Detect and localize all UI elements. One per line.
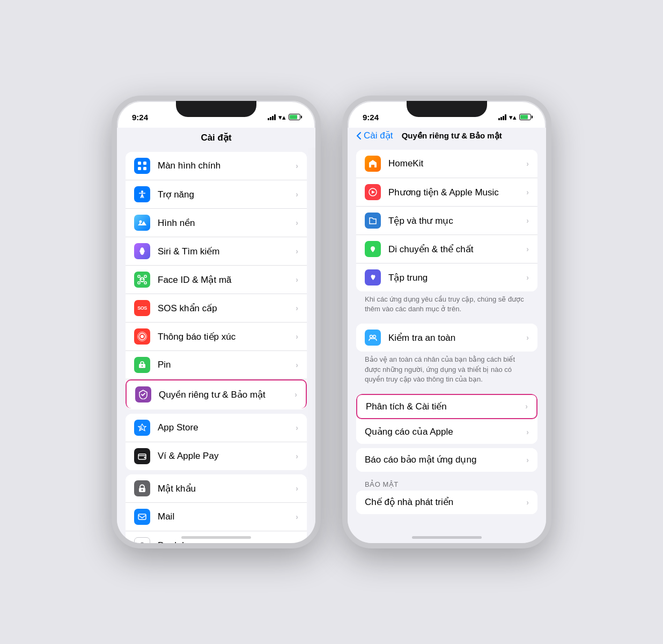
screen-right: Cài đặt Quyền riêng tư & Bảo mật HomeKit… [348, 128, 546, 543]
screen-left: Cài đặt Màn hình chính › [117, 128, 315, 543]
safety-icon [365, 330, 381, 346]
chevron-icon: › [296, 423, 298, 432]
pin-label: Pin [158, 360, 296, 370]
pin-icon [134, 357, 150, 373]
phone-left: 9:24 ▾▴ Cài đặt [112, 96, 321, 548]
chevron-icon: › [526, 245, 529, 253]
fitness-icon [365, 241, 381, 257]
chevron-icon: › [526, 216, 529, 225]
chevron-icon: › [526, 188, 529, 196]
list-item-focus[interactable]: Tập trung › [356, 264, 537, 291]
back-label: Cài đặt [364, 130, 393, 141]
svg-rect-8 [138, 275, 140, 277]
home-indicator-left [181, 536, 251, 539]
list-item-media[interactable]: Phương tiện & Apple Music › [356, 178, 537, 207]
svg-point-15 [141, 335, 144, 338]
notch-left [176, 101, 256, 117]
list-item-pin[interactable]: Pin › [126, 351, 307, 379]
svg-point-23 [144, 457, 146, 458]
list-item-ads[interactable]: Quảng cáo của Apple › [356, 420, 537, 444]
nav-header-right: Cài đặt Quyền riêng tư & Bảo mật [348, 128, 546, 145]
files-label: Tệp và thư mục [388, 215, 526, 226]
chevron-icon: › [296, 275, 298, 284]
privacy-section-safety: Kiểm tra an toàn › Bảo vệ an toàn cá nhâ… [356, 324, 537, 390]
chevron-icon: › [296, 218, 298, 227]
security-section-label: BẢO MẬT [356, 476, 537, 491]
svg-text:A: A [139, 426, 143, 431]
apps-desc: Khi các ứng dụng yêu cầu truy cập, chúng… [356, 291, 537, 319]
list-item-privacy[interactable]: Quyền riêng tư & Bảo mật › [126, 379, 307, 408]
list-item-dev-mode[interactable]: Chế độ nhà phát triển › [356, 491, 537, 514]
list-item-hinh-nen[interactable]: Hình nền › [126, 209, 307, 237]
svg-rect-11 [144, 282, 146, 284]
list-item-matkhau[interactable]: Mật khẩu › [126, 474, 307, 503]
chevron-icon: › [526, 333, 529, 342]
mail-label: Mail [158, 511, 296, 522]
privacy-label: Quyền riêng tư & Bảo mật [159, 389, 294, 400]
list-item-face-id[interactable]: Face ID & Mật mã › [126, 266, 307, 294]
chevron-icon: › [296, 304, 298, 312]
svg-rect-10 [138, 282, 140, 284]
fitness-label: Di chuyển & thể chất [388, 244, 526, 255]
list-item-app-report[interactable]: Báo cáo bảo mật ứng dụng › [356, 448, 537, 472]
chevron-icon: › [296, 452, 298, 460]
battery-icon-left [289, 114, 300, 120]
siri-label: Siri & Tìm kiếm [158, 246, 296, 257]
list-group-2: A App Store › Ví & Apple Pay [126, 414, 307, 470]
homekit-icon [365, 156, 381, 172]
list-item-mail[interactable]: Mail › [126, 503, 307, 531]
settings-section-2: A App Store › Ví & Apple Pay [126, 414, 307, 470]
media-label: Phương tiện & Apple Music [388, 187, 526, 198]
hinh-nen-label: Hình nền [158, 217, 296, 229]
matkhau-label: Mật khẩu [158, 483, 296, 494]
notch-right [407, 101, 487, 117]
list-item-man-hinh[interactable]: Màn hình chính › [126, 152, 307, 180]
chevron-icon: › [526, 159, 529, 168]
page-title-left: Cài đặt [126, 132, 307, 143]
appstore-label: App Store [158, 422, 296, 433]
exposure-label: Thông báo tiếp xúc [158, 331, 296, 342]
svg-point-14 [143, 279, 144, 280]
svg-rect-3 [143, 167, 146, 170]
siri-icon [134, 243, 150, 259]
back-button[interactable]: Cài đặt [356, 130, 393, 141]
privacy-list-analytics: Phân tích & Cài tiến › Quảng cáo của App… [356, 394, 537, 444]
privacy-icon [135, 386, 151, 402]
hinh-nen-icon [134, 215, 150, 231]
list-item-siri[interactable]: Siri & Tìm kiếm › [126, 237, 307, 266]
chevron-icon: › [296, 162, 298, 170]
chevron-icon: › [526, 498, 529, 507]
svg-rect-26 [138, 514, 146, 519]
list-item-wallet[interactable]: Ví & Apple Pay › [126, 442, 307, 470]
list-item-sos[interactable]: SOS SOS khẩn cấp › [126, 294, 307, 323]
phone-right: 9:24 ▾▴ Cài đặt Quyền riêng tư & B [342, 96, 551, 548]
list-item-analytics[interactable]: Phân tích & Cài tiến › [356, 394, 537, 419]
privacy-section-apps: HomeKit › Phương tiện & Apple Music › [356, 150, 537, 319]
safety-desc: Bảo vệ an toàn cá nhân của bạn bằng cách… [356, 352, 537, 390]
list-item-exposure[interactable]: Thông báo tiếp xúc › [126, 323, 307, 351]
privacy-section-security: BẢO MẬT Chế độ nhà phát triển › [356, 476, 537, 514]
list-item-tro-nang[interactable]: Trợ năng › [126, 180, 307, 209]
list-item-appstore[interactable]: A App Store › [126, 414, 307, 442]
signal-icon-right [498, 114, 506, 120]
svg-rect-19 [141, 362, 144, 364]
mail-icon [134, 509, 150, 525]
chevron-icon: › [526, 273, 529, 282]
chevron-icon: › [526, 456, 529, 464]
list-group-3: Mật khẩu › Mail › [126, 474, 307, 543]
list-item-safety[interactable]: Kiểm tra an toàn › [356, 324, 537, 352]
list-item-fitness[interactable]: Di chuyển & thể chất › [356, 235, 537, 264]
svg-point-31 [373, 335, 376, 338]
man-hinh-label: Màn hình chính [158, 160, 296, 171]
chevron-icon: › [525, 402, 528, 411]
chevron-icon: › [296, 190, 298, 199]
list-item-homekit[interactable]: HomeKit › [356, 150, 537, 178]
signal-icon-left [268, 114, 276, 120]
man-hinh-icon [134, 158, 150, 174]
svg-point-13 [141, 279, 142, 280]
battery-icon-right [519, 114, 531, 120]
wallet-icon [134, 448, 150, 464]
list-item-files[interactable]: Tệp và thư mục › [356, 207, 537, 235]
svg-point-27 [141, 543, 144, 544]
list-group-1: Màn hình chính › Trợ năng › [126, 152, 307, 409]
